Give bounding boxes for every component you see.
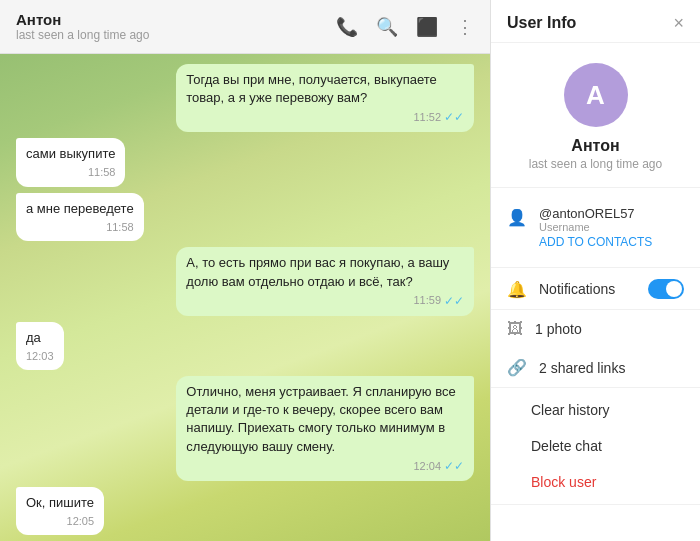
block-user-label: Block user bbox=[531, 474, 596, 490]
message-text: сами выкупите bbox=[26, 146, 115, 161]
message-time: 11:59 bbox=[413, 293, 441, 308]
message-time: 11:52 bbox=[413, 110, 441, 125]
tick-icon: ✓✓ bbox=[444, 293, 464, 310]
search-icon[interactable]: 🔍 bbox=[376, 16, 398, 38]
photo-icon: 🖼 bbox=[507, 320, 523, 338]
chat-panel: Антон last seen a long time ago 📞 🔍 ⬛ ⋮ … bbox=[0, 0, 490, 541]
tick-icon: ✓✓ bbox=[444, 458, 464, 475]
block-user-button[interactable]: Block user bbox=[491, 464, 700, 500]
message-text: Тогда вы при мне, получается, выкупаете … bbox=[186, 72, 436, 105]
message-text: Ок, пишите bbox=[26, 495, 94, 510]
message-bubble: Тогда вы при мне, получается, выкупаете … bbox=[176, 64, 474, 132]
user-info-panel: User Info × А Антон last seen a long tim… bbox=[490, 0, 700, 541]
bell-icon: 🔔 bbox=[507, 280, 527, 299]
user-info-header: User Info × bbox=[491, 0, 700, 43]
message-bubble: Ок, пишите 12:05 bbox=[16, 487, 104, 536]
message-text: А, то есть прямо при вас я покупаю, а ва… bbox=[186, 255, 449, 288]
notifications-label: Notifications bbox=[539, 281, 615, 297]
chat-header: Антон last seen a long time ago 📞 🔍 ⬛ ⋮ bbox=[0, 0, 490, 54]
toggle-knob bbox=[666, 281, 682, 297]
message-time: 11:58 bbox=[88, 165, 116, 180]
media-section: 🖼 1 photo 🔗 2 shared links bbox=[491, 310, 700, 388]
message-text: а мне переведете bbox=[26, 201, 134, 216]
menu-icon[interactable]: ⋮ bbox=[456, 16, 474, 38]
message-bubble: сами выкупите 11:58 bbox=[16, 138, 125, 187]
chat-header-actions: 📞 🔍 ⬛ ⋮ bbox=[336, 16, 474, 38]
user-avatar-section: А Антон last seen a long time ago bbox=[491, 43, 700, 188]
message-time: 12:03 bbox=[26, 349, 54, 364]
tick-icon: ✓✓ bbox=[444, 109, 464, 126]
chat-header-info: Антон last seen a long time ago bbox=[16, 11, 336, 42]
user-info-title: User Info bbox=[507, 14, 576, 32]
message-bubble: А, то есть прямо при вас я покупаю, а ва… bbox=[176, 247, 474, 315]
photos-label: 1 photo bbox=[535, 321, 582, 337]
message-text: да bbox=[26, 330, 41, 345]
message-time: 12:04 bbox=[413, 459, 441, 474]
person-icon: 👤 bbox=[507, 208, 527, 227]
user-status: last seen a long time ago bbox=[529, 157, 662, 171]
user-name: Антон bbox=[571, 137, 619, 155]
delete-chat-label: Delete chat bbox=[531, 438, 602, 454]
delete-chat-button[interactable]: Delete chat bbox=[491, 428, 700, 464]
username-row: 👤 @antonOREL57 Username ADD TO CONTACTS bbox=[507, 200, 684, 255]
table-row: да 12:03 bbox=[16, 322, 474, 371]
notifications-left: 🔔 Notifications bbox=[507, 278, 615, 299]
close-button[interactable]: × bbox=[673, 14, 684, 32]
message-text: Отлично, меня устраивает. Я спланирую вс… bbox=[186, 384, 455, 454]
avatar: А bbox=[564, 63, 628, 127]
clear-history-label: Clear history bbox=[531, 402, 610, 418]
message-bubble: да 12:03 bbox=[16, 322, 64, 371]
notifications-toggle[interactable] bbox=[648, 279, 684, 299]
chat-contact-name: Антон bbox=[16, 11, 336, 28]
messages-area[interactable]: Тогда вы при мне, получается, выкупаете … bbox=[0, 54, 490, 541]
links-row[interactable]: 🔗 2 shared links bbox=[491, 348, 700, 387]
link-icon: 🔗 bbox=[507, 358, 527, 377]
message-bubble: а мне переведете 11:58 bbox=[16, 193, 144, 242]
clear-history-button[interactable]: Clear history bbox=[491, 392, 700, 428]
phone-icon[interactable]: 📞 bbox=[336, 16, 358, 38]
username-label: Username bbox=[539, 221, 684, 233]
chat-contact-status: last seen a long time ago bbox=[16, 28, 336, 42]
table-row: Отлично, меня устраивает. Я спланирую вс… bbox=[16, 376, 474, 481]
username-value: @antonOREL57 bbox=[539, 206, 684, 221]
notifications-row: 🔔 Notifications bbox=[491, 268, 700, 310]
add-to-contacts-button[interactable]: ADD TO CONTACTS bbox=[539, 235, 684, 249]
username-section: 👤 @antonOREL57 Username ADD TO CONTACTS bbox=[491, 188, 700, 268]
table-row: Тогда вы при мне, получается, выкупаете … bbox=[16, 64, 474, 132]
message-time: 12:05 bbox=[67, 514, 95, 529]
table-row: а мне переведете 11:58 bbox=[16, 193, 474, 242]
username-block: @antonOREL57 Username ADD TO CONTACTS bbox=[539, 206, 684, 249]
table-row: сами выкупите 11:58 bbox=[16, 138, 474, 187]
actions-section: Clear history Delete chat Block user bbox=[491, 388, 700, 505]
table-row: Ок, пишите 12:05 bbox=[16, 487, 474, 536]
message-bubble: Отлично, меня устраивает. Я спланирую вс… bbox=[176, 376, 474, 481]
photos-row[interactable]: 🖼 1 photo bbox=[491, 310, 700, 348]
screen-icon[interactable]: ⬛ bbox=[416, 16, 438, 38]
table-row: А, то есть прямо при вас я покупаю, а ва… bbox=[16, 247, 474, 315]
message-time: 11:58 bbox=[106, 220, 134, 235]
links-label: 2 shared links bbox=[539, 360, 625, 376]
